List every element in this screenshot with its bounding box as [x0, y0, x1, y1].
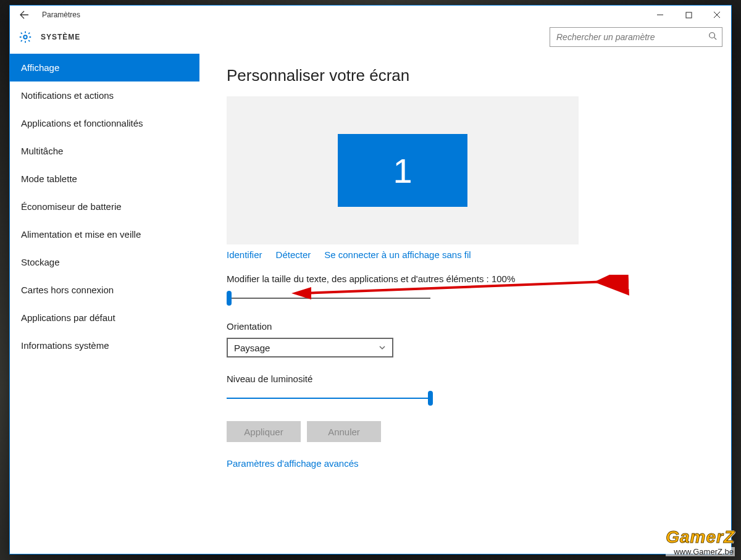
sidebar-item-label: Alimentation et mise en veille [21, 229, 141, 240]
sidebar-item-notifications[interactable]: Notifications et actions [10, 81, 199, 109]
button-label: Annuler [328, 427, 360, 437]
orientation-select[interactable]: Paysage [227, 338, 393, 357]
svg-point-1 [23, 35, 27, 39]
section-title: SYSTÈME [41, 33, 80, 41]
sidebar-item-label: Applications et fonctionnalités [21, 118, 143, 128]
svg-rect-0 [686, 12, 692, 18]
advanced-display-link[interactable]: Paramètres d'affichage avancés [227, 458, 731, 469]
window-title: Paramètres [38, 10, 80, 19]
scale-label: Modifier la taille du texte, des applica… [227, 274, 731, 284]
content-pane: Personnaliser votre écran 1 Identifier D… [199, 54, 731, 554]
sidebar-item-label: Économiseur de batterie [21, 201, 122, 212]
scale-slider[interactable] [227, 290, 430, 306]
gear-icon [19, 30, 32, 44]
slider-thumb[interactable] [428, 391, 433, 406]
sidebar-item-label: Applications par défaut [21, 312, 115, 323]
back-button[interactable] [10, 6, 38, 24]
minimize-button[interactable] [646, 6, 674, 24]
wireless-display-link[interactable]: Se connecter à un affichage sans fil [324, 249, 471, 260]
brightness-slider[interactable] [227, 390, 430, 406]
settings-window: Paramètres SYSTÈME [9, 5, 732, 554]
sidebar-item-display[interactable]: Affichage [10, 54, 199, 81]
page-title: Personnaliser votre écran [227, 66, 731, 85]
sidebar-item-apps-features[interactable]: Applications et fonctionnalités [10, 109, 199, 137]
sidebar-item-offline-maps[interactable]: Cartes hors connexion [10, 276, 199, 304]
sidebar-item-label: Cartes hors connexion [21, 285, 114, 295]
chevron-down-icon [379, 343, 386, 353]
orientation-label: Orientation [227, 321, 731, 332]
minimize-icon [656, 11, 664, 19]
sidebar-item-label: Notifications et actions [21, 90, 114, 101]
orientation-value: Paysage [234, 343, 270, 353]
sidebar-item-label: Informations système [21, 340, 109, 351]
display-preview[interactable]: 1 [227, 96, 579, 244]
sidebar-item-about[interactable]: Informations système [10, 332, 199, 359]
sidebar-item-power-sleep[interactable]: Alimentation et mise en veille [10, 220, 199, 248]
sidebar-item-label: Multitâche [21, 146, 63, 156]
sidebar-item-multitasking[interactable]: Multitâche [10, 137, 199, 165]
search-icon [708, 31, 717, 43]
brightness-label: Niveau de luminosité [227, 374, 731, 384]
maximize-button[interactable] [674, 6, 703, 24]
sidebar-item-label: Affichage [21, 62, 59, 73]
detect-link[interactable]: Détecter [276, 249, 311, 260]
sidebar-item-battery-saver[interactable]: Économiseur de batterie [10, 193, 199, 220]
sidebar-item-default-apps[interactable]: Applications par défaut [10, 304, 199, 332]
close-icon [713, 11, 721, 19]
cancel-button: Annuler [307, 421, 381, 442]
svg-point-2 [710, 33, 715, 38]
settings-sidebar: Affichage Notifications et actions Appli… [10, 54, 199, 554]
close-button[interactable] [703, 6, 731, 24]
monitor-1[interactable]: 1 [338, 134, 467, 207]
window-titlebar: Paramètres [10, 6, 731, 24]
apply-button: Appliquer [227, 421, 301, 442]
sidebar-item-label: Mode tablette [21, 173, 77, 184]
identify-link[interactable]: Identifier [227, 249, 262, 260]
sidebar-item-tablet-mode[interactable]: Mode tablette [10, 165, 199, 193]
sidebar-item-label: Stockage [21, 257, 60, 267]
sidebar-item-storage[interactable]: Stockage [10, 248, 199, 276]
slider-thumb[interactable] [227, 291, 232, 306]
arrow-left-icon [19, 10, 29, 20]
button-label: Appliquer [244, 427, 283, 437]
search-input[interactable] [555, 31, 708, 43]
search-box[interactable] [550, 27, 722, 47]
monitor-number: 1 [393, 151, 412, 191]
settings-header: SYSTÈME [10, 24, 731, 54]
maximize-icon [685, 12, 692, 19]
